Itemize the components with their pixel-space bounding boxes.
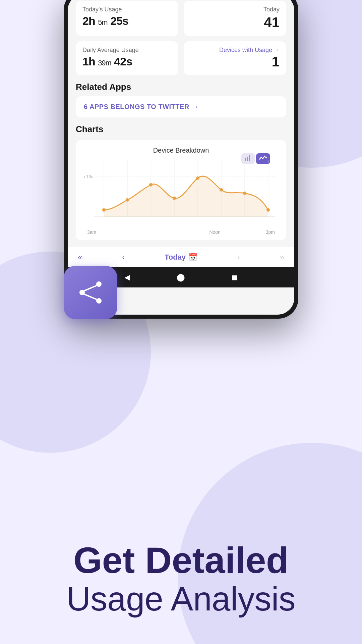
today-count-label: Today <box>190 6 280 13</box>
chart-point <box>173 197 176 200</box>
chart-label-3pm: 3pm <box>266 229 275 235</box>
nav-next-next-button[interactable]: » <box>280 253 284 262</box>
headline-line2: Usage Analysis <box>20 580 342 617</box>
chart-point <box>220 188 223 192</box>
chart-point <box>243 192 246 195</box>
chart-point <box>102 208 106 212</box>
devices-arrow-icon: → <box>274 47 280 54</box>
chart-point <box>266 208 270 212</box>
related-apps-card: 6 APPS BELONGS TO TWITTER → <box>76 96 286 117</box>
chart-container: 27m 13s <box>84 160 278 233</box>
stats-top-row: Today's Usage 2h 5m 25s Today 41 <box>76 1 286 36</box>
bottom-text-section: Get Detailed Usage Analysis <box>0 540 362 617</box>
nav-prev-button[interactable]: ‹ <box>122 253 125 262</box>
related-apps-text: 6 APPS BELONGS TO TWITTER <box>84 103 189 111</box>
charts-card: Device Breakdown <box>76 140 286 240</box>
daily-avg-card: Daily Average Usage 1h 39m 42s <box>76 41 178 75</box>
chart-label-noon: Noon <box>209 229 220 235</box>
todays-usage-value: 2h 5m 25s <box>82 14 172 28</box>
chart-point <box>126 198 129 202</box>
svg-point-5 <box>264 156 265 157</box>
today-count-card: Today 41 <box>184 1 286 36</box>
calendar-icon: 📅 <box>188 253 197 262</box>
devices-label: Devices with Usage <box>219 47 272 54</box>
chart-point <box>149 183 153 186</box>
related-apps-arrow-icon: → <box>192 103 199 111</box>
devices-link[interactable]: Devices with Usage → <box>190 47 280 54</box>
chart-area <box>104 176 268 217</box>
chart-label-3am: 3am <box>87 229 96 235</box>
svg-point-4 <box>262 158 263 159</box>
screen-content: Today's Usage 2h 5m 25s Today 41 Daily A… <box>68 0 294 247</box>
nav-next-button[interactable]: › <box>237 253 240 262</box>
svg-text:27m 13s: 27m 13s <box>84 174 93 179</box>
svg-point-3 <box>260 157 262 158</box>
app-icon <box>64 266 117 319</box>
today-count-value: 41 <box>190 14 280 31</box>
devices-count: 1 <box>190 54 280 70</box>
android-recents-button[interactable]: ◼ <box>232 273 238 282</box>
devices-card: Devices with Usage → 1 <box>184 41 286 75</box>
app-icon-wrapper <box>64 266 117 319</box>
stats-bottom-row: Daily Average Usage 1h 39m 42s Devices w… <box>76 41 286 75</box>
nav-prev-prev-button[interactable]: « <box>78 253 82 262</box>
svg-line-21 <box>84 294 97 300</box>
headline-line1: Get Detailed <box>20 540 342 580</box>
daily-avg-value: 1h 39m 42s <box>82 55 172 68</box>
related-apps-title: Related Apps <box>76 82 286 92</box>
todays-usage-card: Today's Usage 2h 5m 25s <box>76 1 178 36</box>
android-home-button[interactable]: ⬤ <box>177 273 185 282</box>
chart-x-labels: 3am Noon 3pm <box>84 229 278 235</box>
charts-title: Charts <box>76 124 286 135</box>
daily-avg-label: Daily Average Usage <box>82 47 172 54</box>
phone-wrapper: Today's Usage 2h 5m 25s Today 41 Daily A… <box>64 0 298 325</box>
chart-point <box>196 176 199 180</box>
android-back-button[interactable]: ◀ <box>124 273 130 282</box>
bottom-nav: « ‹ Today 📅 › » <box>68 247 294 267</box>
nav-today-label[interactable]: Today 📅 <box>165 253 197 262</box>
chart-svg: 27m 13s <box>84 160 278 227</box>
app-icon-svg <box>75 277 106 308</box>
svg-line-20 <box>84 285 97 291</box>
todays-usage-label: Today's Usage <box>82 6 172 13</box>
related-apps-link[interactable]: 6 APPS BELONGS TO TWITTER → <box>84 103 278 111</box>
